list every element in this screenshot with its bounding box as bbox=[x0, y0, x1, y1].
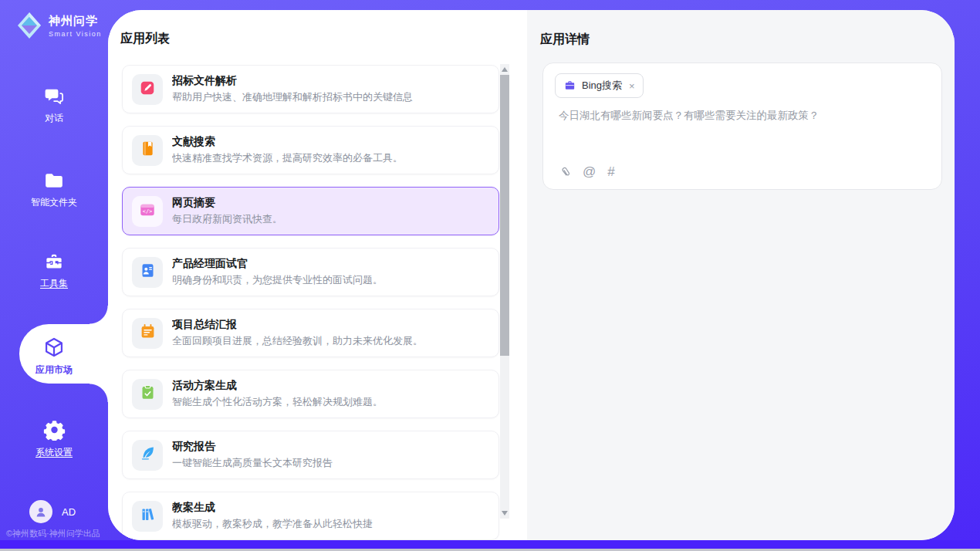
bottom-strip bbox=[0, 540, 980, 549]
chat-icon bbox=[43, 86, 65, 106]
app-card-event-plan[interactable]: 活动方案生成智能生成个性化活动方案，轻松解决规划难题。 bbox=[122, 370, 499, 418]
hash-icon[interactable]: # bbox=[607, 164, 614, 180]
app-card-pm-interviewer[interactable]: 产品经理面试官明确身份和职责，为您提供专业性的面试问题。 bbox=[122, 248, 499, 296]
paperclip-icon[interactable] bbox=[557, 165, 571, 179]
app-desc: 快速精准查找学术资源，提高研究效率的必备工具。 bbox=[172, 151, 403, 165]
app-card-web-summary[interactable]: 网页摘要每日政府新闻资讯快查。 bbox=[122, 187, 499, 235]
app-name: 项目总结汇报 bbox=[172, 318, 423, 331]
sidebar-item-toolset[interactable]: 工具集 bbox=[0, 252, 108, 290]
diamond-logo-icon bbox=[15, 11, 43, 40]
cube-icon bbox=[42, 336, 66, 358]
app-card-bid-analysis[interactable]: 招标文件解析帮助用户快速、准确地理解和解析招标书中的关键信息 bbox=[122, 65, 499, 113]
close-icon[interactable]: × bbox=[629, 80, 635, 92]
app-name: 活动方案生成 bbox=[172, 379, 383, 392]
user-profile[interactable]: AD bbox=[29, 500, 76, 523]
app-desc: 每日政府新闻资讯快查。 bbox=[172, 212, 282, 226]
app-list-panel: 应用列表 招标文件解析帮助用户快速、准确地理解和解析招标书中的关键信息 文献搜索… bbox=[108, 10, 527, 540]
app-desc: 智能生成个性化活动方案，轻松解决规划难题。 bbox=[172, 395, 383, 409]
sidebar: 神州问学 Smart Vision 对话 智能文件夹 工具集 应用市场 系统设置… bbox=[0, 0, 108, 551]
sidebar-item-app-market[interactable]: 应用市场 bbox=[0, 336, 108, 377]
brand-logo: 神州问学 Smart Vision bbox=[15, 11, 102, 40]
app-desc: 全面回顾项目进展，总结经验教训，助力未来优化发展。 bbox=[172, 334, 423, 348]
mention-icon[interactable]: @ bbox=[583, 164, 596, 180]
sidebar-item-smart-folder[interactable]: 智能文件夹 bbox=[0, 171, 108, 209]
edit-square-icon bbox=[139, 79, 156, 100]
app-icon-chip bbox=[132, 501, 163, 532]
app-name: 产品经理面试官 bbox=[172, 257, 383, 270]
app-icon-chip bbox=[132, 379, 163, 410]
prompt-input[interactable]: 今日湖北有哪些新闻要点？有哪些需要关注的最新政策？ bbox=[559, 108, 926, 154]
quill-icon bbox=[140, 445, 156, 465]
copyright-footer: ©神州数码·神州问学出品 bbox=[6, 528, 108, 539]
scroll-up-icon[interactable] bbox=[502, 67, 508, 72]
scrollbar-track[interactable] bbox=[500, 64, 509, 519]
brand-tagline: Smart Vision bbox=[49, 30, 102, 38]
person-icon bbox=[34, 505, 48, 519]
app-desc: 帮助用户快速、准确地理解和解析招标书中的关键信息 bbox=[172, 90, 413, 104]
app-icon-chip bbox=[132, 257, 163, 288]
tool-tag-bing-search[interactable]: Bing搜索 × bbox=[555, 73, 644, 98]
tool-tag-label: Bing搜索 bbox=[582, 79, 622, 93]
app-list: 招标文件解析帮助用户快速、准确地理解和解析招标书中的关键信息 文献搜索快速精准查… bbox=[122, 65, 499, 540]
brand-name: 神州问学 bbox=[49, 14, 102, 29]
user-initials: AD bbox=[62, 506, 76, 518]
app-name: 教案生成 bbox=[172, 501, 373, 514]
interview-icon bbox=[140, 262, 156, 282]
app-detail-title: 应用详情 bbox=[540, 32, 590, 48]
app-icon-chip bbox=[132, 74, 163, 105]
main-container: 应用列表 招标文件解析帮助用户快速、准确地理解和解析招标书中的关键信息 文献搜索… bbox=[108, 10, 955, 540]
clipboard-check-icon bbox=[140, 384, 156, 404]
app-icon-chip bbox=[132, 318, 163, 349]
scroll-down-icon[interactable] bbox=[502, 511, 508, 516]
sidebar-item-label: 应用市场 bbox=[0, 363, 108, 377]
sidebar-item-label: 工具集 bbox=[0, 277, 108, 290]
sidebar-item-settings[interactable]: 系统设置 bbox=[0, 419, 108, 459]
calendar-icon bbox=[140, 323, 156, 343]
briefcase-icon bbox=[563, 79, 576, 93]
app-desc: 模板驱动，教案秒成，教学准备从此轻松快捷 bbox=[172, 517, 373, 531]
app-name: 招标文件解析 bbox=[172, 74, 413, 87]
browser-icon bbox=[139, 201, 156, 221]
app-desc: 一键智能生成高质量长文本研究报告 bbox=[172, 456, 333, 470]
app-name: 文献搜索 bbox=[172, 135, 403, 148]
app-card-literature-search[interactable]: 文献搜索快速精准查找学术资源，提高研究效率的必备工具。 bbox=[122, 126, 499, 174]
gear-icon bbox=[43, 419, 66, 441]
app-list-title: 应用列表 bbox=[120, 31, 170, 47]
books-icon bbox=[140, 506, 156, 526]
prompt-card: Bing搜索 × 今日湖北有哪些新闻要点？有哪些需要关注的最新政策？ @ # bbox=[542, 63, 942, 190]
sidebar-item-label: 智能文件夹 bbox=[0, 196, 108, 209]
toolbox-icon bbox=[43, 252, 65, 272]
avatar bbox=[29, 500, 52, 523]
app-name: 研究报告 bbox=[172, 440, 333, 453]
book-icon bbox=[140, 140, 156, 160]
app-card-project-summary[interactable]: 项目总结汇报全面回顾项目进展，总结经验教训，助力未来优化发展。 bbox=[122, 309, 499, 357]
prompt-toolbar: @ # bbox=[557, 164, 615, 180]
folder-icon bbox=[43, 171, 65, 191]
app-icon-chip bbox=[132, 135, 163, 166]
sidebar-item-chat[interactable]: 对话 bbox=[0, 86, 108, 125]
app-card-lesson-plan[interactable]: 教案生成模板驱动，教案秒成，教学准备从此轻松快捷 bbox=[122, 492, 499, 540]
sidebar-item-label: 系统设置 bbox=[0, 446, 108, 459]
scrollbar-thumb[interactable] bbox=[500, 75, 509, 356]
app-desc: 明确身份和职责，为您提供专业性的面试问题。 bbox=[172, 273, 383, 287]
app-detail-panel: 应用详情 Bing搜索 × 今日湖北有哪些新闻要点？有哪些需要关注的最新政策？ … bbox=[527, 10, 955, 540]
app-name: 网页摘要 bbox=[172, 196, 282, 209]
app-icon-chip bbox=[132, 196, 163, 227]
sidebar-item-label: 对话 bbox=[0, 112, 108, 125]
app-card-research-report[interactable]: 研究报告一键智能生成高质量长文本研究报告 bbox=[122, 431, 499, 479]
app-icon-chip bbox=[132, 440, 163, 471]
